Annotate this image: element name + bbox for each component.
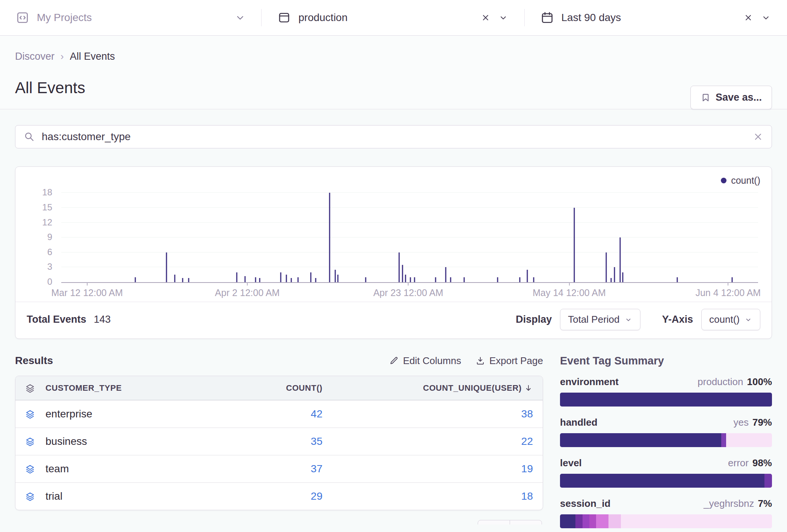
legend-label: count() <box>731 175 760 186</box>
cell-count-unique-link[interactable]: 18 <box>322 490 533 502</box>
chart-bar <box>677 277 678 282</box>
tag-percent: 98% <box>752 457 772 469</box>
x-axis-tick-label: Apr 23 12:00 AM <box>373 287 443 298</box>
tag-bar-segment <box>575 514 583 528</box>
chart-bar <box>298 277 299 282</box>
tag-bar-segment <box>608 514 621 528</box>
chart-bar <box>135 277 136 282</box>
table-row: trial 29 18 <box>15 482 543 510</box>
results-table: CUSTOMER_TYPE COUNT() COUNT_UNIQUE(USER)… <box>15 376 543 510</box>
save-as-label: Save as... <box>716 92 762 103</box>
chart-bar <box>255 277 256 282</box>
y-axis-tick-label: 3 <box>27 261 52 272</box>
cell-customer-type: enterprise <box>45 408 92 420</box>
chart-bar <box>463 277 465 282</box>
tag-bar-segment <box>721 433 726 447</box>
chart-bar <box>574 208 575 282</box>
search-input[interactable] <box>42 131 746 143</box>
chart-bar <box>236 272 238 282</box>
total-events-value: 143 <box>94 314 111 325</box>
search-bar[interactable] <box>15 125 772 148</box>
tag-name: session_id <box>560 498 610 509</box>
cell-count-unique-link[interactable]: 19 <box>322 463 533 475</box>
y-axis-tick-label: 0 <box>27 277 52 287</box>
environment-selector[interactable]: production <box>262 0 524 35</box>
chart-bar <box>334 270 336 282</box>
tag-bar[interactable] <box>560 433 772 447</box>
cell-count-unique-link[interactable]: 22 <box>322 435 533 447</box>
edit-columns-label: Edit Columns <box>403 355 461 367</box>
stack-icon <box>25 464 35 474</box>
next-page-button[interactable] <box>510 520 542 524</box>
chevron-down-icon[interactable] <box>761 12 771 23</box>
tag-bar-segment <box>583 514 589 528</box>
chart-bar <box>338 275 339 282</box>
x-axis-tick-label: Apr 2 12:00 AM <box>215 287 280 298</box>
date-range-selector[interactable]: Last 90 days <box>525 0 787 35</box>
x-axis-tick-label: Jun 4 12:00 AM <box>695 287 761 298</box>
chart-bar <box>605 252 607 282</box>
gridline <box>61 222 758 223</box>
previous-page-button[interactable] <box>478 520 510 524</box>
y-axis-tick-label: 6 <box>27 247 52 257</box>
cell-customer-type: business <box>45 435 87 447</box>
y-axis-dropdown[interactable]: count() <box>701 309 760 330</box>
pencil-icon <box>389 356 399 366</box>
tag-bar[interactable] <box>560 474 772 488</box>
project-selector[interactable]: My Projects <box>0 0 261 35</box>
gridline <box>61 192 758 193</box>
tag-bar-segment <box>596 514 608 528</box>
chart-bar <box>497 277 498 282</box>
tag-block-handled: handled yes 79% <box>560 417 772 447</box>
search-icon <box>24 131 35 142</box>
chart-bar <box>399 252 400 282</box>
cell-count-link[interactable]: 42 <box>198 408 322 420</box>
chart-bar <box>450 277 451 282</box>
edit-columns-button[interactable]: Edit Columns <box>389 355 461 367</box>
events-chart-card: count() 0369121518 Mar 12 12:00 AMApr 2 … <box>15 166 772 339</box>
cell-customer-type: trial <box>45 490 62 502</box>
chart-bar <box>527 270 528 282</box>
table-row: enterprise 42 38 <box>15 400 543 428</box>
chevron-down-icon <box>235 12 245 23</box>
search-clear-icon[interactable] <box>753 131 763 142</box>
bookmark-icon <box>701 92 711 103</box>
display-label: Display <box>516 314 552 325</box>
chart-x-axis: Mar 12 12:00 AMApr 2 12:00 AMApr 23 12:0… <box>61 283 758 302</box>
total-events-label: Total Events <box>27 314 86 325</box>
tag-bar-segment <box>560 433 721 447</box>
tag-percent: 100% <box>747 376 772 388</box>
results-heading: Results <box>15 355 53 367</box>
chart-bar <box>188 278 189 282</box>
tag-top-value: production <box>698 376 743 388</box>
sort-desc-arrow-icon <box>524 384 533 393</box>
event-tag-summary: Event Tag Summary environment production… <box>560 355 772 532</box>
cell-count-link[interactable]: 35 <box>198 435 322 447</box>
display-dropdown[interactable]: Total Period <box>560 309 640 330</box>
column-header-count[interactable]: COUNT() <box>198 383 322 393</box>
y-axis-dropdown-value: count() <box>709 314 740 325</box>
gridline <box>61 207 758 208</box>
breadcrumb-discover-link[interactable]: Discover <box>15 51 54 62</box>
top-filter-bar: My Projects production Last 90 days <box>0 0 787 36</box>
tag-bar[interactable] <box>560 514 772 528</box>
tag-percent: 7% <box>758 498 772 509</box>
export-page-button[interactable]: Export Page <box>475 355 543 367</box>
tag-name: level <box>560 457 582 469</box>
cell-count-unique-link[interactable]: 38 <box>322 408 533 420</box>
column-header-customer-type[interactable]: CUSTOMER_TYPE <box>45 383 122 393</box>
clear-environment-icon[interactable] <box>481 13 490 23</box>
tag-bar[interactable] <box>560 393 772 407</box>
chart-plot[interactable]: 0369121518 <box>61 188 758 283</box>
clear-date-range-icon[interactable] <box>743 13 753 23</box>
tag-block-environment: environment production 100% <box>560 376 772 407</box>
cell-count-link[interactable]: 37 <box>198 463 322 475</box>
save-as-button[interactable]: Save as... <box>690 86 772 109</box>
tag-block-level: level error 98% <box>560 457 772 488</box>
table-row: business 35 22 <box>15 428 543 455</box>
chart-bar <box>245 276 246 282</box>
column-header-count-unique[interactable]: COUNT_UNIQUE(USER) <box>322 383 533 393</box>
pagination <box>15 520 543 524</box>
chevron-down-icon[interactable] <box>498 12 509 23</box>
cell-count-link[interactable]: 29 <box>198 490 322 502</box>
